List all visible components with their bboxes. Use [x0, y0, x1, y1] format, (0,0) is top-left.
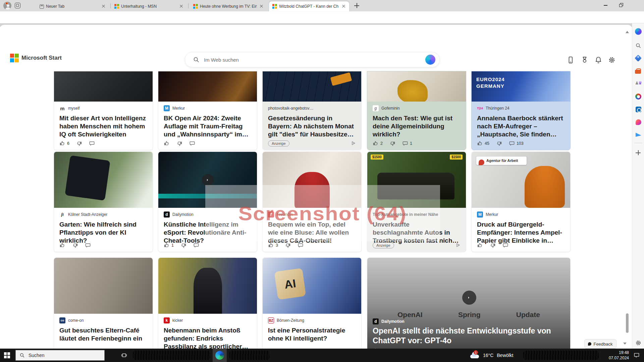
card-source[interactable]: d Dailymotion: [164, 211, 252, 218]
scroll-up-arrow[interactable]: [626, 31, 629, 33]
microsoft-start-brand[interactable]: Microsoft Start: [10, 54, 62, 62]
copilot-search-icon[interactable]: [425, 55, 435, 65]
designer-swoosh-icon[interactable]: [635, 119, 642, 125]
like-button[interactable]: [477, 242, 483, 248]
card-source[interactable]: m myself: [59, 105, 147, 112]
tab-heute-ohne-werbung[interactable]: Heute ohne Werbung im TV: Eine: [190, 1, 267, 11]
scrollbar-thumb[interactable]: [626, 313, 629, 333]
news-card[interactable]: d Dailymotion Künstliche Intelligenz im …: [158, 152, 257, 252]
card-source[interactable]: co come-on: [59, 317, 147, 324]
video-card[interactable]: OpenAI Spring Update d Dailymotion OpenA…: [367, 257, 571, 349]
tab-close-icon[interactable]: [341, 4, 346, 9]
like-button[interactable]: 1: [164, 242, 174, 248]
card-title[interactable]: Nebenmann beim Anstoß gefunden: Endricks…: [164, 326, 252, 349]
workspaces-icon[interactable]: [15, 3, 20, 8]
card-title[interactable]: Annalena Baerbock stänkert nach EM-Aufre…: [477, 114, 565, 138]
sidebar-search-icon[interactable]: [635, 42, 642, 49]
news-card[interactable]: ſt Kölner Stadt-Anzeiger Garten: Wie hil…: [54, 152, 153, 252]
news-card[interactable]: M Merkur BK Open Air 2024: Zweite Auflag…: [158, 71, 257, 150]
play-button[interactable]: [202, 174, 214, 186]
shopping-tag-icon[interactable]: [635, 55, 642, 62]
taskbar-clock[interactable]: 19:48 07.07.2024: [602, 350, 629, 361]
new-tab-button[interactable]: [354, 3, 360, 8]
news-card[interactable]: AI BZ Börsen-Zeitung Ist eine Personalst…: [262, 257, 362, 349]
notifications-bell-icon[interactable]: [594, 56, 603, 64]
window-restore-button[interactable]: [613, 0, 629, 11]
comment-button[interactable]: [502, 242, 508, 248]
copilot-sidebar-icon[interactable]: [635, 28, 642, 35]
card-image[interactable]: [158, 152, 257, 208]
card-image[interactable]: [54, 258, 153, 314]
rewards-medal-icon[interactable]: [580, 56, 589, 64]
like-button[interactable]: 45: [477, 140, 489, 146]
card-image[interactable]: [263, 152, 361, 208]
news-card[interactable]: g Gofeminin Mach den Test: Wie gut ist d…: [367, 71, 466, 150]
dislike-button[interactable]: [72, 242, 78, 248]
news-card[interactable]: Agentur für Arbeit M Merkur Druck auf Bü…: [471, 152, 571, 252]
card-title[interactable]: Gesetzesänderung in Bayern: Ab nächstem …: [268, 114, 356, 138]
comment-button[interactable]: [298, 242, 304, 248]
web-search-box[interactable]: [185, 52, 440, 67]
like-button[interactable]: 2: [373, 140, 383, 146]
comment-button[interactable]: 103: [509, 140, 524, 146]
taskbar-weather[interactable]: 1 16°C Bewölkt: [470, 350, 513, 361]
dislike-button[interactable]: [389, 140, 395, 146]
news-card[interactable]: f Freundin Bequem wie ein Top, edel wie …: [262, 152, 362, 252]
card-source[interactable]: ſt Kölner Stadt-Anzeiger: [59, 211, 147, 218]
ad-card[interactable]: $1500 $1500 Top-Autoangebote in meiner N…: [367, 152, 466, 252]
settings-gear-icon[interactable]: [607, 56, 616, 64]
card-title[interactable]: Bequem wie ein Top, edel wie eine Bluse:…: [268, 221, 356, 245]
news-card[interactable]: EURO2024 GERMANY T|24 Thüringen 24 Annal…: [471, 71, 571, 150]
chevron-down-icon[interactable]: [623, 343, 627, 345]
play-button[interactable]: [462, 291, 476, 305]
card-image[interactable]: [54, 152, 153, 208]
card-image[interactable]: [54, 71, 153, 102]
drop-paper-plane-icon[interactable]: [635, 131, 642, 138]
search-input[interactable]: [204, 57, 425, 63]
card-source[interactable]: BZ Börsen-Zeitung: [268, 317, 356, 324]
like-button[interactable]: [59, 242, 65, 248]
card-image[interactable]: [158, 71, 257, 102]
tab-close-icon[interactable]: [101, 4, 106, 9]
outlook-icon[interactable]: [635, 106, 642, 113]
dislike-button[interactable]: [180, 242, 186, 248]
card-image[interactable]: Agentur für Arbeit: [472, 152, 570, 208]
card-source[interactable]: Top-Autoangebote in meiner Nähe: [373, 211, 461, 218]
edge-taskbar-button[interactable]: [213, 349, 227, 362]
card-title[interactable]: Ist eine Personalstrategie ohne KI intel…: [268, 326, 356, 343]
games-chess-icon[interactable]: ♟♛: [635, 80, 642, 87]
card-image[interactable]: [367, 71, 466, 102]
card-source[interactable]: d Dailymotion: [373, 318, 405, 325]
card-image[interactable]: $1500 $1500: [367, 152, 466, 208]
dislike-button[interactable]: [285, 242, 291, 248]
dislike-button[interactable]: [76, 140, 82, 146]
task-view-icon[interactable]: [121, 352, 127, 359]
video-title[interactable]: OpenAI stellt die nächste Entwicklungsst…: [373, 326, 565, 346]
card-source[interactable]: k kicker: [164, 317, 252, 324]
news-card[interactable]: k kicker Nebenmann beim Anstoß gefunden:…: [158, 257, 257, 349]
tab-unterhaltung[interactable]: Unterhaltung - MSN: [111, 1, 187, 11]
feedback-button[interactable]: Feedback: [584, 339, 616, 349]
card-source[interactable]: M Merkur: [477, 211, 565, 218]
comment-button[interactable]: [85, 242, 91, 248]
ad-card[interactable]: photovoltaik-angebotsv… Gesetzesänderung…: [262, 71, 362, 150]
card-title[interactable]: BK Open Air 2024: Zweite Auflage mit Tra…: [164, 114, 252, 138]
mobile-phone-icon[interactable]: [566, 56, 575, 64]
comment-button[interactable]: [189, 140, 195, 146]
tab-neuer-tab[interactable]: Neuer Tab: [36, 1, 109, 11]
taskbar-search-input[interactable]: [29, 353, 101, 358]
comment-button[interactable]: 1: [402, 140, 412, 146]
ad-choices-icon[interactable]: [455, 242, 461, 248]
window-minimize-button[interactable]: [598, 0, 613, 11]
card-image[interactable]: EURO2024 GERMANY: [472, 71, 570, 102]
dislike-button[interactable]: [490, 242, 496, 248]
sidebar-settings-gear-icon[interactable]: [635, 339, 642, 347]
card-title[interactable]: Mit dieser Art von Intelligenz haben Men…: [59, 114, 147, 138]
tab-close-icon[interactable]: [179, 4, 184, 9]
card-title[interactable]: Garten: Wie hilfreich sind Pflanztipps v…: [59, 221, 147, 245]
page-scrollbar[interactable]: [625, 25, 630, 349]
dislike-button[interactable]: [496, 140, 502, 146]
card-source[interactable]: photovoltaik-angebotsv…: [268, 105, 356, 112]
card-title[interactable]: Unverkaufte beschlagnahmte Autos in Tros…: [373, 221, 461, 245]
card-source[interactable]: T|24 Thüringen 24: [477, 105, 565, 112]
